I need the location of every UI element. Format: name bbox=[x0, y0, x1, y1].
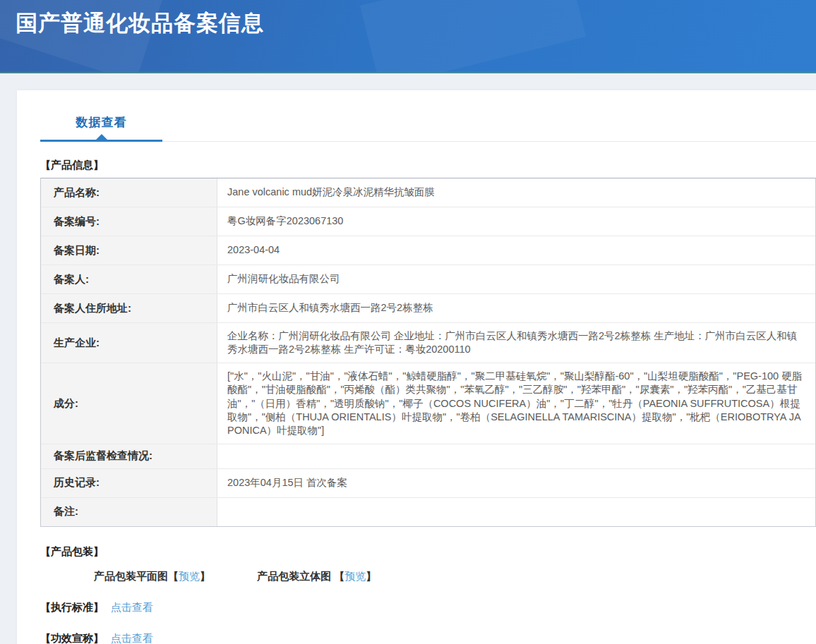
tab-data-view-label: 数据查看 bbox=[76, 116, 127, 129]
tab-bar: 数据查看 bbox=[40, 90, 816, 142]
standard-section: 【执行标准】 点击查看 bbox=[40, 601, 816, 614]
table-row-registrant: 备案人: 广州润研化妆品有限公司 bbox=[41, 265, 815, 294]
row-label: 备案日期: bbox=[41, 236, 217, 265]
packaging-line: 产品包装平面图【预览】 产品包装立体图 【预览】 bbox=[94, 570, 816, 583]
packaging-stereo-preview-link[interactable]: 预览 bbox=[344, 570, 366, 582]
table-row-manufacturer: 生产企业: 企业名称：广州润研化妆品有限公司 企业地址：广州市白云区人和镇秀水塘… bbox=[41, 323, 815, 363]
row-value: 粤G妆网备字2023067130 bbox=[217, 207, 815, 236]
row-label: 生产企业: bbox=[41, 323, 217, 363]
row-label: 备案后监督检查情况: bbox=[41, 444, 217, 468]
content-card: 数据查看 【产品信息】 产品名称: Jane volcanic mud妍泥冷泉冰… bbox=[17, 90, 816, 644]
row-label: 备注: bbox=[41, 498, 217, 526]
row-value: 2023-04-04 bbox=[217, 236, 815, 265]
row-value: Jane volcanic mud妍泥冷泉冰泥精华抗皱面膜 bbox=[217, 178, 815, 207]
row-value: ["水"，"火山泥"，"甘油"，"液体石蜡"，"鲸蜡硬脂醇"，"聚二甲基硅氧烷"… bbox=[217, 363, 815, 444]
bracket-close: 】 bbox=[366, 570, 376, 582]
table-row-ingredients: 成分: ["水"，"火山泥"，"甘油"，"液体石蜡"，"鲸蜡硬脂醇"，"聚二甲基… bbox=[41, 363, 815, 444]
efficacy-section-title: 【功效宣称】 bbox=[40, 632, 104, 644]
packaging-section-title: 【产品包装】 bbox=[40, 545, 816, 559]
table-row-history: 历史记录: 2023年04月15日 首次备案 bbox=[41, 469, 815, 498]
product-info-section-title: 【产品信息】 bbox=[40, 159, 816, 172]
table-row-product-name: 产品名称: Jane volcanic mud妍泥冷泉冰泥精华抗皱面膜 bbox=[41, 178, 815, 207]
row-value: 广州润研化妆品有限公司 bbox=[217, 265, 815, 293]
bracket-open: 【 bbox=[334, 570, 344, 582]
row-value: 2023年04月15日 首次备案 bbox=[217, 469, 815, 497]
table-row-registration-number: 备案编号: 粤G妆网备字2023067130 bbox=[41, 207, 815, 236]
row-label: 备案人住所地址: bbox=[41, 294, 217, 322]
bracket-open: 【 bbox=[168, 570, 179, 582]
packaging-stereo-label: 产品包装立体图 bbox=[257, 570, 334, 582]
row-label: 备案编号: bbox=[41, 207, 217, 236]
efficacy-view-link[interactable]: 点击查看 bbox=[111, 632, 153, 644]
standard-section-title: 【执行标准】 bbox=[40, 601, 104, 614]
bracket-close: 】 bbox=[200, 570, 210, 582]
packaging-stereo-item: 产品包装立体图 【预览】 bbox=[257, 570, 376, 582]
standard-view-link[interactable]: 点击查看 bbox=[111, 601, 153, 614]
page-title: 国产普通化妆品备案信息 bbox=[16, 8, 264, 38]
row-label: 备案人: bbox=[41, 265, 217, 293]
row-label: 成分: bbox=[41, 363, 217, 444]
efficacy-section: 【功效宣称】 点击查看 bbox=[40, 632, 816, 644]
tab-data-view[interactable]: 数据查看 bbox=[40, 114, 162, 142]
packaging-flat-preview-link[interactable]: 预览 bbox=[179, 570, 200, 582]
packaging-flat-item: 产品包装平面图【预览】 bbox=[94, 570, 210, 582]
table-row-supervision: 备案后监督检查情况: bbox=[41, 444, 815, 469]
product-info-table: 产品名称: Jane volcanic mud妍泥冷泉冰泥精华抗皱面膜 备案编号… bbox=[40, 178, 816, 527]
row-value: 广州市白云区人和镇秀水塘西一路2号2栋整栋 bbox=[217, 294, 815, 322]
row-label: 产品名称: bbox=[41, 178, 217, 207]
tab-active-caret-icon bbox=[96, 134, 107, 140]
table-row-remarks: 备注: bbox=[41, 498, 815, 526]
table-row-registration-date: 备案日期: 2023-04-04 bbox=[41, 236, 815, 265]
row-value bbox=[217, 498, 815, 526]
page-header: 国产普通化妆品备案信息 bbox=[0, 0, 816, 73]
row-value: 企业名称：广州润研化妆品有限公司 企业地址：广州市白云区人和镇秀水塘西一路2号2… bbox=[217, 323, 815, 363]
row-value bbox=[217, 444, 815, 468]
row-label: 历史记录: bbox=[41, 469, 217, 497]
content-card-inner: 数据查看 【产品信息】 产品名称: Jane volcanic mud妍泥冷泉冰… bbox=[17, 90, 816, 644]
packaging-flat-label: 产品包装平面图 bbox=[94, 570, 168, 582]
table-row-registrant-address: 备案人住所地址: 广州市白云区人和镇秀水塘西一路2号2栋整栋 bbox=[41, 294, 815, 323]
header-decoration bbox=[360, 0, 586, 73]
